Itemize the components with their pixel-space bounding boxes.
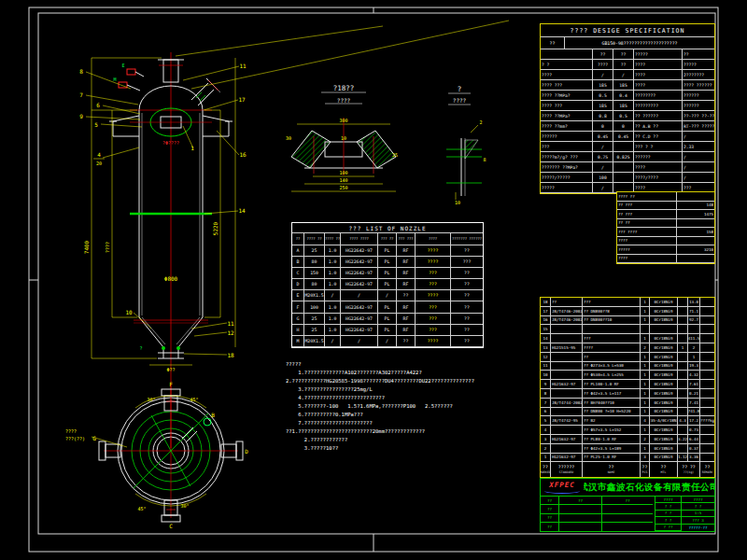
spec-cell-operate: [613, 173, 634, 183]
bom-remark: [700, 334, 714, 343]
bom-item-no: 9: [541, 380, 551, 389]
drawing-info-row: ? ? ? ?: [655, 503, 714, 510]
nozzle-size: M20X1.5: [304, 336, 325, 347]
balloon-label: 4: [97, 151, 101, 158]
company-name: 武汉市鑫波石化设备有限责任公司: [584, 482, 714, 494]
bom-qty: 1: [641, 307, 650, 316]
angle-label: 45°: [190, 397, 198, 402]
bom-material: 0Cr18Ni9: [650, 389, 678, 399]
spec-cell-right-value: ??: [683, 49, 714, 60]
title-block-header: XFPEC 武汉市鑫波石化设备有限责任公司: [541, 479, 714, 497]
bom-remark: [700, 380, 714, 389]
summary-value: [677, 237, 714, 246]
bom-item-no: 3: [541, 435, 551, 444]
nozzle-list-header: ?? ???? ?? ???? ?? ???? ???? ??? ?? ??? …: [292, 233, 483, 245]
nozzle-row: M M20X1.5 / / / ?? ???? ??: [292, 336, 483, 347]
bom-item-no: 13: [541, 343, 551, 353]
summary-row: ?? ??? 148: [617, 202, 714, 211]
nozzle-size: 25: [304, 325, 325, 336]
nozzle-connection: ??: [451, 314, 483, 325]
drawing-info-row: ? ? 1:5: [655, 511, 714, 517]
signature-row: ?? ?? ??: [541, 497, 655, 505]
summary-row: ???? ??: [617, 192, 714, 202]
summary-label: ?????: [617, 245, 677, 255]
nozzle-pressure: 1.0: [325, 268, 341, 279]
spec-row: ??????? ??MPa? / ???? /: [541, 162, 714, 173]
spec-cell-right-value: ??-??? ??-??: [683, 111, 714, 121]
signature-cell: [559, 514, 602, 523]
bom-item-no: 1: [541, 454, 551, 463]
nozzle-letter: D: [245, 448, 248, 455]
spec-cell-design: /: [593, 162, 613, 173]
bom-total-weight: 411.5: [688, 334, 700, 343]
nozzle-symbol: D: [292, 279, 304, 290]
spec-cell-label: ???: [541, 142, 593, 152]
dim-label: 100: [339, 170, 347, 175]
summary-value: 148: [677, 202, 714, 211]
nozzle-standard: HG22642-97: [341, 314, 378, 325]
bom-remark: [700, 353, 714, 362]
bom-total-weight: 7.41: [688, 399, 700, 408]
balloon-label: 7: [79, 91, 83, 98]
spec-cell-label: ???? ??MPa?: [541, 111, 593, 121]
bom-item-no: 2: [541, 444, 551, 454]
nozzle-purpose: ???: [416, 325, 451, 336]
nozzle-row: E M20X1.5 / / / ?? ???? ??: [292, 290, 483, 301]
detail-subtitle: ????: [453, 97, 467, 104]
drawing-number: ?????-??: [682, 525, 714, 531]
nozzle-standard: HG22642-97: [341, 257, 378, 268]
bom-material: 0Cr18Ni9: [650, 444, 678, 454]
bom-total-weight: [688, 325, 700, 334]
bom-total-weight: 0.73: [688, 426, 700, 435]
bom-unit-weight: 1: [678, 343, 688, 353]
bom-item-no: 8: [541, 389, 551, 399]
spec-row: ???? ??? 185 185 ????????? ??????: [541, 101, 714, 111]
balloon-label: 17: [238, 96, 246, 103]
nozzle-symbol: H: [292, 325, 304, 336]
logo-swoosh-icon: [544, 488, 580, 494]
drawing-info-label: ? ?: [655, 511, 682, 517]
design-spec-table: ???? DESIGE SPECIFICATION ?? GB150-98???…: [540, 23, 715, 194]
bom-row: 10 ?? Φ530×4.5 L=255 1 0Cr18Ni9 4.32: [541, 371, 714, 380]
nozzle-type: PL: [378, 279, 397, 290]
spec-row: ???? / / ???? 2???????: [541, 70, 714, 80]
nozzle-standard: /: [341, 336, 378, 347]
drawing-info-grid: ???? ???? ? ? ? ? ? ? 1:5 ? ? ??? 3 ? ??…: [655, 497, 714, 532]
bom-item-no: 15: [541, 325, 551, 334]
bom-qty: 1: [641, 426, 650, 435]
spec-cell-operate: 185: [613, 101, 634, 111]
manhole-label: ?Φ????: [162, 140, 179, 146]
signature-cell: ??: [541, 523, 559, 531]
nozzle-size: 80: [304, 257, 325, 268]
note-line: 7.??????????????????????: [286, 419, 540, 427]
spec-cell-operate: 0.45: [613, 132, 634, 142]
spec-cell-right-value: ???? ??????: [683, 80, 714, 91]
bom-qty: 1: [641, 316, 650, 326]
bom-material: [650, 325, 678, 334]
nozzle-col-header: ??? ???: [397, 233, 416, 245]
nozzle-size: 150: [304, 268, 325, 279]
bom-row: 15: [541, 325, 714, 334]
spec-cell-right-value: ??????: [683, 91, 714, 101]
spec-cell-operate: 0: [613, 121, 634, 132]
bom-item-no: 18: [541, 298, 551, 307]
nozzle-size: 100: [304, 301, 325, 313]
note-line: 2.????????????: [286, 436, 540, 444]
bom-item-no: 12: [541, 353, 551, 362]
spec-cell-label: ????: [541, 70, 593, 80]
spec-row: ???? ??? 185 185 ???? ???? ??????: [541, 80, 714, 91]
bom-standard: HG21632-97: [551, 380, 583, 389]
spec-cell-design: 0: [593, 121, 613, 132]
bom-row: 3 HG21632-97 ?? PL80-1.0 RF 2 0Cr18Ni9 3…: [541, 435, 714, 444]
nozzle-col-header: ???? ??: [304, 233, 325, 245]
nozzle-pressure: /: [325, 336, 341, 347]
bom-total-weight: 17.2: [688, 416, 700, 426]
bom-standard: [551, 362, 583, 371]
spec-cell-operate: 185: [613, 80, 634, 91]
spec-row: ?? ?? ????? ??: [541, 49, 714, 60]
drawing-info-label: ? ?: [655, 503, 682, 510]
dim-label: Φ800: [164, 275, 178, 282]
bom-material: 0Cr18Ni9: [650, 380, 678, 389]
nozzle-purpose: ????: [416, 245, 451, 257]
nozzle-letter: E: [121, 63, 124, 68]
